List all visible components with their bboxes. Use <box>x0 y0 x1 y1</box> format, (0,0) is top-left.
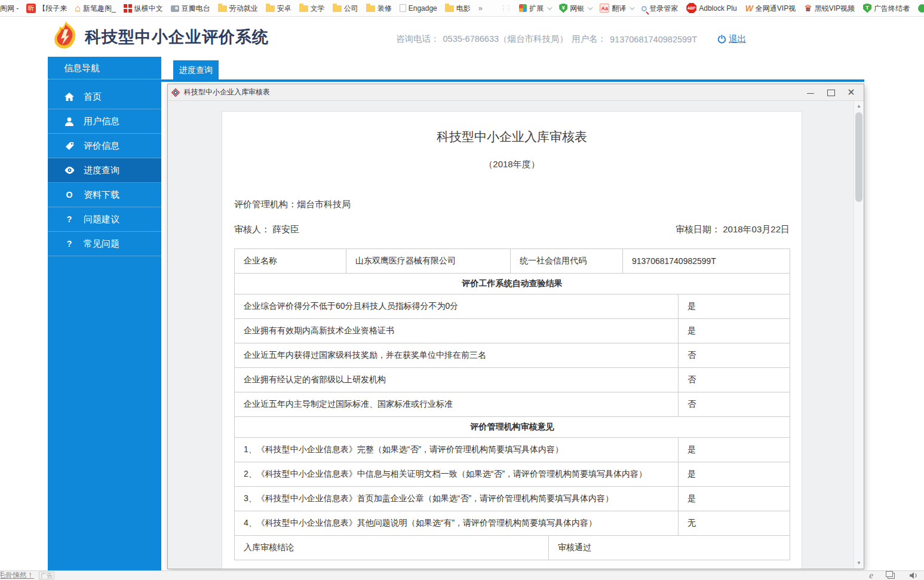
toolbar-login-manager[interactable]: 登录管家 <box>641 0 678 17</box>
table-row: 4、《科技型中小企业信息表》其他问题说明（如果选“有”，请评价管理机构简要填写具… <box>235 511 790 536</box>
ie-compat-icon[interactable]: e <box>869 572 873 579</box>
abp-icon <box>686 3 696 13</box>
bookmarks-overflow-chevron[interactable]: » <box>478 0 483 17</box>
table-row: 企业近五年内获得过国家级科技奖励，并在获奖单位中排在前三名否 <box>235 343 790 368</box>
bookmark-item[interactable]: 阁网 - <box>0 0 19 17</box>
audit-document: 科技型中小企业入库审核表 （2018年度） 评价管理机构：烟台市科技局 审核人：… <box>222 111 802 569</box>
table-row: 企业近五年内主导制定过国际标准、国家标准或行业标准否 <box>235 392 790 417</box>
restore-window-icon[interactable] <box>888 573 895 579</box>
tab-progress-query[interactable]: 进度查询 <box>173 60 219 80</box>
sidebar-header: 信息导航 <box>48 57 161 79</box>
house-icon <box>75 4 81 13</box>
check-question-cell: 企业拥有经认定的省部级以上研发机构 <box>235 368 679 392</box>
scroll-up-arrow[interactable]: ▲ <box>854 102 864 111</box>
reviewer-line: 审核人： 薛安臣 <box>234 224 299 235</box>
toolbar-heirui-vip[interactable]: 黑锐VIP视频 <box>804 0 855 17</box>
check-answer-cell: 是 <box>679 319 790 343</box>
toolbar-ad-terminator[interactable]: 广告终结者 <box>863 0 910 17</box>
bookmark-item[interactable]: 【段子来 <box>26 0 67 17</box>
sidebar-item-suggestions[interactable]: ? 问题建议 <box>48 207 161 232</box>
company-label-cell: 企业名称 <box>235 249 346 274</box>
extensions-icon <box>519 4 527 12</box>
toolbar-extensions[interactable]: 扩展 <box>519 0 551 17</box>
username-label: 用户名： <box>572 33 606 45</box>
statusbar-icons: e <box>869 572 924 579</box>
eye-icon <box>64 167 75 174</box>
window-titlebar: 科技型中小企业入库审核表 <box>168 84 864 101</box>
folder-icon <box>333 5 342 12</box>
drag-handle-icon: ⋮⋮ <box>500 4 511 12</box>
bookmark-folder[interactable]: 劳动就业 <box>218 0 258 17</box>
table-row: 企业综合评价得分不低于60分且科技人员指标得分不为0分是 <box>235 294 790 319</box>
radio-icon <box>171 5 179 12</box>
browser-statusbar: 毛骨悚然！ 广告 e <box>0 570 924 580</box>
review-question-cell: 3、《科技型中小企业信息表》首页加盖企业公章（如果选“否”，请评价管理机构简要填… <box>235 487 679 511</box>
reviewer-row: 审核人： 薛安臣 审核日期： 2018年03月22日 <box>234 224 790 235</box>
bookmark-folder[interactable]: 电影 <box>445 0 471 17</box>
folder-icon <box>366 5 375 12</box>
bookmarks-bar: 阁网 - 【段子来 新笔趣阁_ 纵横中文 豆瓣电台 劳动就业 安卓 文学 公司 … <box>0 0 924 17</box>
username-value: 91370681740982599T <box>610 35 697 44</box>
section-review-opinion: 评价管理机构审核意见 <box>235 417 790 438</box>
tab-underline <box>161 79 864 82</box>
bookmark-item[interactable]: 新笔趣阁_ <box>75 0 115 17</box>
app-title: 科技型中小企业评价系统 <box>85 26 269 48</box>
sidebar-item-user-info[interactable]: 用户信息 <box>48 109 161 134</box>
scroll-down-arrow[interactable]: ▼ <box>854 558 864 568</box>
speaker-icon[interactable] <box>909 572 918 579</box>
bookmark-folder[interactable]: 文学 <box>299 0 325 17</box>
sidebar-item-progress-query[interactable]: 进度查询 <box>48 158 161 183</box>
bank-shield-icon <box>559 4 567 13</box>
table-row: 企业拥有经认定的省部级以上研发机构否 <box>235 368 790 392</box>
scroll-thumb[interactable] <box>855 112 862 202</box>
credit-code-value-cell: 91370681740982599T <box>623 249 790 274</box>
sidebar-item-evaluation-info[interactable]: 评价信息 <box>48 134 161 158</box>
close-button[interactable] <box>847 88 855 97</box>
bookmark-folder[interactable]: 公司 <box>333 0 358 17</box>
toolbar-bank[interactable]: 网银 <box>559 0 591 17</box>
chevron-down-icon <box>630 5 634 10</box>
window-title: 科技型中小企业入库审核表 <box>184 87 270 97</box>
section-auto-check: 评价工作系统自动查验结果 <box>235 274 790 294</box>
document-title: 科技型中小企业入库审核表 <box>234 128 790 145</box>
review-question-cell: 4、《科技型中小企业信息表》其他问题说明（如果选“有”，请评价管理机构简要填写具… <box>235 511 679 536</box>
minimize-button[interactable] <box>806 88 815 97</box>
sidebar-item-downloads[interactable]: O 资料下载 <box>48 183 161 207</box>
agency-value: 烟台市科技局 <box>297 199 351 209</box>
toolbar-extra[interactable] <box>918 4 922 13</box>
sidebar-item-faq[interactable]: ? 常见问题 <box>48 232 161 256</box>
site-header: 科技型中小企业评价系统 咨询电话： 0535-6786633（烟台市科技局） 用… <box>0 17 924 57</box>
company-value-cell: 山东双鹰医疗器械有限公司 <box>346 249 511 274</box>
review-answer-cell: 是 <box>679 462 790 487</box>
question-icon: ? <box>64 214 75 224</box>
conclusion-value-cell: 审核通过 <box>549 536 790 560</box>
toolbar-vip-video[interactable]: 全网通VIP视 <box>745 0 796 17</box>
sidebar-item-home[interactable]: 首页 <box>48 85 161 109</box>
folder-icon <box>218 5 227 12</box>
bookmark-folder[interactable]: 安卓 <box>266 0 291 17</box>
bookmark-item[interactable]: 纵横中文 <box>124 0 163 17</box>
translate-icon <box>600 4 609 13</box>
window-controls <box>806 88 860 97</box>
review-date-line: 审核日期： 2018年03月22日 <box>676 224 790 235</box>
table-row: 企业拥有有效期内高新技术企业资格证书是 <box>235 319 790 343</box>
ad-link[interactable]: 毛骨悚然！ <box>0 570 34 580</box>
toolbar-adblock[interactable]: Adblock Plu <box>686 0 736 17</box>
bookmark-item[interactable]: 豆瓣电台 <box>171 0 210 17</box>
check-question-cell: 企业拥有有效期内高新技术企业资格证书 <box>235 319 679 343</box>
maximize-button[interactable] <box>827 88 835 97</box>
check-question-cell: 企业近五年内获得过国家级科技奖励，并在获奖单位中排在前三名 <box>235 343 679 368</box>
bookmark-folder[interactable]: 装修 <box>366 0 392 17</box>
table-section-row: 评价工作系统自动查验结果 <box>235 274 790 294</box>
document-year: （2018年度） <box>234 159 790 170</box>
page-icon <box>400 4 406 12</box>
audit-table: 企业名称 山东双鹰医疗器械有限公司 统一社会信用代码 9137068174098… <box>234 248 790 560</box>
reviewer-value: 薛安臣 <box>272 224 299 234</box>
window-body: 科技型中小企业入库审核表 （2018年度） 评价管理机构：烟台市科技局 审核人：… <box>168 101 864 569</box>
review-answer-cell: 无 <box>679 511 790 536</box>
consult-phone-label: 咨询电话： <box>396 33 440 45</box>
logout-button[interactable]: 退出 <box>717 33 746 45</box>
toolbar-translate[interactable]: 翻译 <box>600 0 633 17</box>
bookmark-item[interactable]: Engadge <box>400 0 437 17</box>
scrollbar[interactable]: ▲ ▼ <box>854 101 864 569</box>
